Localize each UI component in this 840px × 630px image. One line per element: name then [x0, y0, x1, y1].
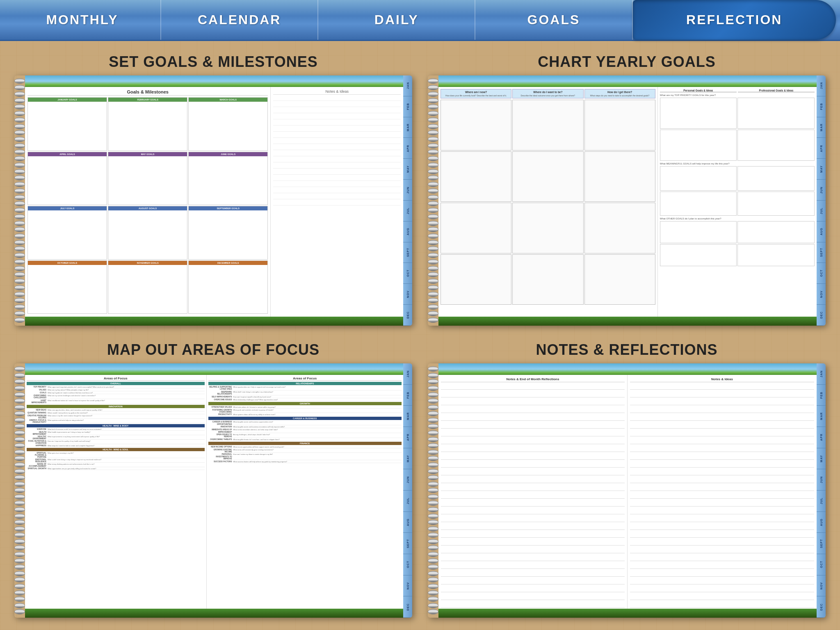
q2-tab-jan[interactable]: JAN [817, 75, 826, 96]
coil [14, 278, 25, 284]
q1-notes-title: Notes & Ideas [273, 89, 401, 95]
q3-goals-label: GOALS [27, 392, 47, 394]
q2-tab-jul[interactable]: JUL [817, 201, 826, 221]
q3-tab-jun[interactable]: JUN [403, 469, 412, 491]
q3-food-label: FOOD, NUTRITION & HYDRATION [27, 440, 47, 444]
q3-spiritual-plan-text: What gives true meaning to my life? [48, 452, 205, 458]
tab-jan[interactable]: JAN [403, 75, 412, 96]
q1-goals-grid: JANUARY GOALS FEBRUARY GOALS MARCH GOALS [27, 97, 268, 314]
q4-title: NOTES & REFLECTIONS [536, 341, 717, 358]
tab-jun[interactable]: JUN [403, 180, 412, 201]
q3-emotional-text: What could I start doing or stop doing t… [48, 459, 205, 463]
tab-oct[interactable]: OCT [403, 263, 412, 284]
q4-tab-jan[interactable]: JAN [817, 363, 826, 385]
q4-tab-apr[interactable]: APR [817, 427, 826, 448]
q3-tab-dec[interactable]: DEC [403, 596, 412, 618]
q1-title: SET GOALS & MILESTONES [109, 53, 317, 71]
q3-tab-may[interactable]: MAY [403, 448, 412, 470]
coil [14, 149, 25, 155]
q3-tab-apr[interactable]: APR [403, 427, 412, 448]
tab-sept[interactable]: SEPT [403, 242, 412, 263]
tab-apr[interactable]: APR [403, 138, 412, 159]
q3-top-priority-text: What urgent and important priorities do … [48, 386, 205, 388]
tab-may[interactable]: MAY [403, 159, 412, 180]
q3-overcome-text: What relationship challenges exist? What… [233, 399, 402, 401]
q2-tab-mar[interactable]: MAR [817, 117, 826, 138]
q3-productivity-text: What systems ideas will boost my ability… [233, 413, 402, 416]
q3-tab-mar[interactable]: MAR [403, 406, 412, 427]
q2-tab-apr[interactable]: APR [817, 138, 826, 159]
q2-tab-sept[interactable]: SEPT [817, 242, 826, 263]
q4-tab-may[interactable]: MAY [817, 448, 826, 470]
nav-monthly[interactable]: MONTHLY [4, 0, 161, 40]
q3-immediate-row: IMMEDIATE AREAS OF IMPROVEMENT What need… [208, 429, 402, 433]
q2-notebook: JAN FEB MAR APR MAY JUN JUL AUG SEPT OCT… [428, 75, 826, 326]
coil [14, 91, 25, 97]
q4-notes-title: Notes & Ideas [630, 377, 814, 382]
q4-tab-oct[interactable]: OCT [817, 554, 826, 575]
q3-tab-jul[interactable]: JUL [403, 491, 412, 512]
tab-nov[interactable]: NOV [403, 284, 412, 305]
q3-newideas-text: What new opportunities, ideas, and innov… [48, 409, 205, 411]
nav-daily[interactable]: DAILY [318, 0, 475, 40]
q4-tab-dec[interactable]: DEC [817, 596, 826, 618]
q3-success-label: SUCCESS FACTORS [208, 461, 233, 463]
q2-tab-oct[interactable]: OCT [817, 263, 826, 284]
q3-left-page: Areas of Focus OVERALL TOP PRIORITY What… [25, 375, 207, 609]
q2-tab-may[interactable]: MAY [817, 159, 826, 180]
q3-overcomethreats-text: What tangible threats do I most face, an… [233, 438, 402, 441]
q3-strengthen-row: STRENGTHEN VALUES What traits values do … [208, 406, 402, 409]
q2-tab-dec[interactable]: DEC [817, 305, 826, 326]
q3-tab-jan[interactable]: JAN [403, 363, 412, 385]
tab-jul[interactable]: JUL [403, 201, 412, 221]
q3-overcome-label: OVERCOME ISSUES [208, 399, 233, 401]
nav-daily-label: DAILY [374, 12, 419, 27]
nav-goals[interactable]: GOALS [475, 0, 632, 40]
nav-calendar[interactable]: CALENDAR [161, 0, 318, 40]
q3-health-header: HEALTH · MIND & BODY [27, 424, 205, 427]
q3-values-row: VALUES What are my key values? What prin… [27, 389, 205, 391]
coil [14, 162, 25, 168]
tab-dec[interactable]: DEC [403, 305, 412, 326]
q3-immediate-text: What needs immediate attention, and what… [233, 429, 402, 433]
q4-tab-jul[interactable]: JUL [817, 491, 826, 512]
q2-tab-jun[interactable]: JUN [817, 180, 826, 201]
scenic-bottom-q1 [25, 317, 403, 326]
nav-reflection[interactable]: REFLECTION [633, 0, 836, 40]
q3-top-priority-row: TOP PRIORITY What urgent and important p… [27, 386, 205, 388]
tab-feb[interactable]: FEB [403, 96, 412, 117]
q4-tab-sept[interactable]: SEPT [817, 533, 826, 554]
other-goals-q: What OTHER GOALS do I plan to accomplish… [660, 217, 815, 220]
q3-tab-feb[interactable]: FEB [403, 385, 412, 406]
q4-tab-mar[interactable]: MAR [817, 406, 826, 427]
coil [14, 227, 25, 232]
q2-tab-nov[interactable]: NOV [817, 284, 826, 305]
dec-goals-cell: DECEMBER GOALS [188, 260, 268, 314]
coil [14, 104, 25, 110]
q4-tab-nov[interactable]: NOV [817, 575, 826, 597]
q3-tab-oct[interactable]: OCT [403, 554, 412, 575]
q4-tab-jun[interactable]: JUN [817, 469, 826, 491]
tab-mar[interactable]: MAR [403, 117, 412, 138]
q4-tab-feb[interactable]: FEB [817, 385, 826, 406]
q3-notebook: JAN FEB MAR APR MAY JUN JUL AUG SEPT OCT… [14, 363, 412, 618]
priority-goals-q: What are my TOP PRIORITY GOALS for this … [660, 94, 815, 96]
tab-aug[interactable]: AUG [403, 221, 412, 242]
scenic-top-q2 [438, 75, 817, 87]
q3-emotional-row: EMOTIONAL RESILIENCE What could I start … [27, 459, 205, 463]
scenic-bottom-q2 [438, 317, 817, 326]
aug-goals-header: AUGUST GOALS [108, 206, 187, 210]
coil [14, 214, 25, 219]
q3-helping-text: What opportunities can I help to support… [233, 386, 402, 390]
spiral-left-q2 [428, 75, 438, 326]
mar-goals-header: MARCH GOALS [189, 98, 267, 102]
q2-tab-aug[interactable]: AUG [817, 221, 826, 242]
coil [14, 304, 25, 310]
q3-tab-aug[interactable]: AUG [403, 512, 412, 533]
q4-tab-aug[interactable]: AUG [817, 512, 826, 533]
q2-col-headers: Where am I now? How does your life curre… [441, 89, 655, 98]
personal-goals-label: Personal Goals & Ideas [660, 89, 737, 92]
q3-tab-nov[interactable]: NOV [403, 575, 412, 597]
q3-tab-sept[interactable]: SEPT [403, 533, 412, 554]
q2-tab-feb[interactable]: FEB [817, 96, 826, 117]
